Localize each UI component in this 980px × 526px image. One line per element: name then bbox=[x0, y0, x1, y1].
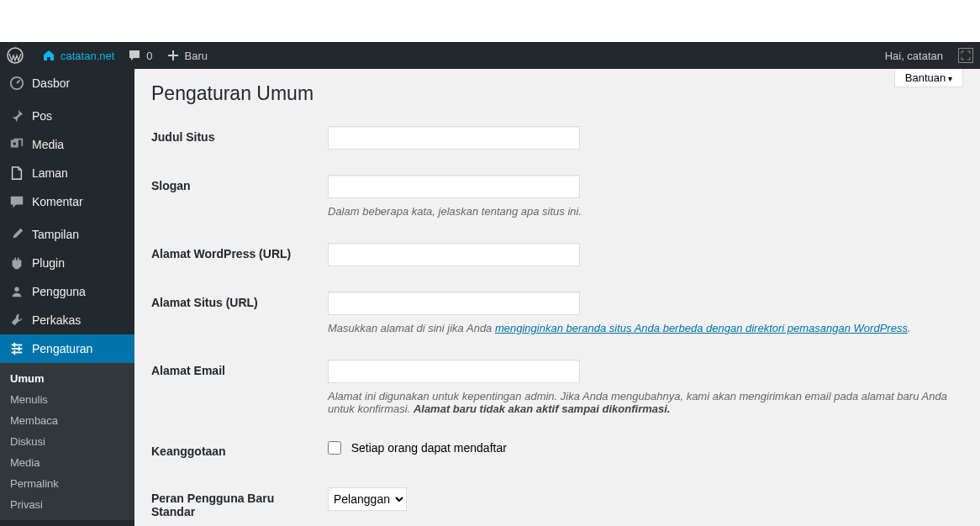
media-icon bbox=[8, 137, 25, 152]
default-role-select[interactable]: Pelanggan bbox=[328, 487, 407, 511]
top-whitespace bbox=[0, 0, 980, 42]
new-label: Baru bbox=[185, 50, 208, 62]
submenu-permalink[interactable]: Permalink bbox=[0, 473, 134, 494]
email-desc-2: Alamat baru tidak akan aktif sampai diko… bbox=[414, 402, 671, 415]
users-icon bbox=[8, 284, 25, 299]
comment-icon bbox=[128, 49, 141, 62]
submenu-writing[interactable]: Menulis bbox=[0, 389, 134, 410]
plus-icon bbox=[166, 49, 180, 62]
menu-label: Pos bbox=[32, 109, 52, 123]
admin-sidebar: Dasbor Pos Media Laman Komentar Tampilan… bbox=[0, 69, 134, 526]
tagline-description: Dalam beberapa kata, jelaskan tentang ap… bbox=[328, 205, 955, 218]
menu-settings[interactable]: Pengaturan bbox=[0, 334, 134, 363]
comment-icon bbox=[8, 194, 25, 209]
comments-link[interactable]: 0 bbox=[121, 42, 159, 69]
menu-label: Pengguna bbox=[32, 285, 86, 298]
settings-submenu: Umum Menulis Membaca Diskusi Media Perma… bbox=[0, 363, 134, 520]
site-link[interactable]: catatan.net bbox=[35, 42, 121, 69]
wp-logo[interactable] bbox=[0, 42, 35, 69]
email-input[interactable] bbox=[328, 360, 580, 383]
menu-label: Media bbox=[32, 138, 64, 151]
comments-count: 0 bbox=[146, 50, 152, 62]
plugin-icon bbox=[8, 255, 25, 271]
svg-rect-5 bbox=[12, 348, 23, 350]
membership-checkbox-wrap[interactable]: Setiap orang dapat mendaftar bbox=[328, 440, 507, 453]
site-url-input[interactable] bbox=[328, 292, 580, 315]
membership-checkbox[interactable] bbox=[328, 441, 341, 455]
page-title: Pengaturan Umum bbox=[151, 69, 963, 113]
home-icon bbox=[42, 49, 55, 62]
menu-label: Dasbor bbox=[32, 76, 70, 90]
menu-dashboard[interactable]: Dasbor bbox=[0, 69, 134, 97]
menu-label: Perkakas bbox=[32, 313, 81, 327]
body-wrap: Dasbor Pos Media Laman Komentar Tampilan… bbox=[0, 69, 980, 526]
tagline-label: Slogan bbox=[151, 162, 319, 230]
admin-bar-right: Hai, catatan bbox=[877, 48, 980, 63]
site-url-desc-link[interactable]: menginginkan beranda situs Anda berbeda … bbox=[495, 322, 908, 334]
site-url-label: Alamat Situs (URL) bbox=[151, 279, 319, 347]
svg-rect-7 bbox=[13, 343, 15, 347]
wordpress-icon bbox=[7, 47, 24, 64]
menu-appearance[interactable]: Tampilan bbox=[0, 220, 134, 249]
menu-plugins[interactable]: Plugin bbox=[0, 249, 134, 277]
brush-icon bbox=[8, 227, 25, 242]
page-icon bbox=[8, 166, 25, 181]
pin-icon bbox=[8, 108, 25, 124]
email-description: Alamat ini digunakan untuk kepentingan a… bbox=[328, 390, 955, 415]
settings-icon bbox=[8, 341, 25, 356]
tools-icon bbox=[8, 313, 25, 328]
wp-url-label: Alamat WordPress (URL) bbox=[151, 230, 319, 279]
menu-media[interactable]: Media bbox=[0, 130, 134, 159]
admin-bar-left: catatan.net 0 Baru bbox=[0, 42, 214, 69]
settings-form-table: Judul Situs Slogan Dalam beberapa kata, … bbox=[151, 113, 963, 526]
menu-label: Laman bbox=[32, 166, 68, 180]
dashboard-icon bbox=[8, 76, 25, 91]
svg-rect-4 bbox=[12, 345, 23, 346]
greeting-text[interactable]: Hai, catatan bbox=[877, 50, 951, 62]
email-label: Alamat Email bbox=[151, 347, 319, 428]
content-area: Bantuan Pengaturan Umum Judul Situs Slog… bbox=[134, 69, 980, 526]
membership-checkbox-label: Setiap orang dapat mendaftar bbox=[351, 441, 507, 455]
membership-label: Keanggotaan bbox=[151, 428, 319, 475]
default-role-label: Peran Pengguna Baru Standar bbox=[151, 475, 319, 526]
menu-tools[interactable]: Perkakas bbox=[0, 306, 134, 334]
fullscreen-icon[interactable] bbox=[958, 48, 973, 63]
menu-label: Plugin bbox=[32, 256, 65, 270]
site-title-input[interactable] bbox=[328, 126, 580, 150]
menu-users[interactable]: Pengguna bbox=[0, 277, 134, 306]
menu-label: Komentar bbox=[32, 195, 83, 208]
site-title-label: Judul Situs bbox=[151, 113, 319, 162]
svg-rect-8 bbox=[18, 346, 20, 350]
submenu-general[interactable]: Umum bbox=[0, 368, 134, 389]
svg-point-2 bbox=[13, 142, 17, 145]
svg-point-3 bbox=[14, 287, 18, 292]
svg-rect-6 bbox=[12, 352, 23, 354]
menu-posts[interactable]: Pos bbox=[0, 102, 134, 130]
menu-pages[interactable]: Laman bbox=[0, 159, 134, 187]
svg-rect-9 bbox=[13, 350, 15, 355]
menu-label: Pengaturan bbox=[32, 342, 92, 355]
tagline-input[interactable] bbox=[328, 175, 580, 198]
submenu-media[interactable]: Media bbox=[0, 452, 134, 473]
submenu-privacy[interactable]: Privasi bbox=[0, 494, 134, 515]
menu-comments[interactable]: Komentar bbox=[0, 187, 134, 216]
menu-label: Tampilan bbox=[32, 228, 79, 241]
help-tab[interactable]: Bantuan bbox=[894, 69, 963, 87]
site-url-description: Masukkan alamat di sini jika Anda mengin… bbox=[328, 322, 955, 334]
submenu-reading[interactable]: Membaca bbox=[0, 410, 134, 431]
wp-url-input[interactable] bbox=[328, 243, 580, 266]
admin-bar: catatan.net 0 Baru Hai, catatan bbox=[0, 42, 980, 69]
site-name-label: catatan.net bbox=[61, 50, 114, 62]
new-content-link[interactable]: Baru bbox=[160, 42, 214, 69]
site-url-desc-prefix: Masukkan alamat di sini jika Anda bbox=[328, 322, 495, 334]
submenu-discussion[interactable]: Diskusi bbox=[0, 431, 134, 452]
